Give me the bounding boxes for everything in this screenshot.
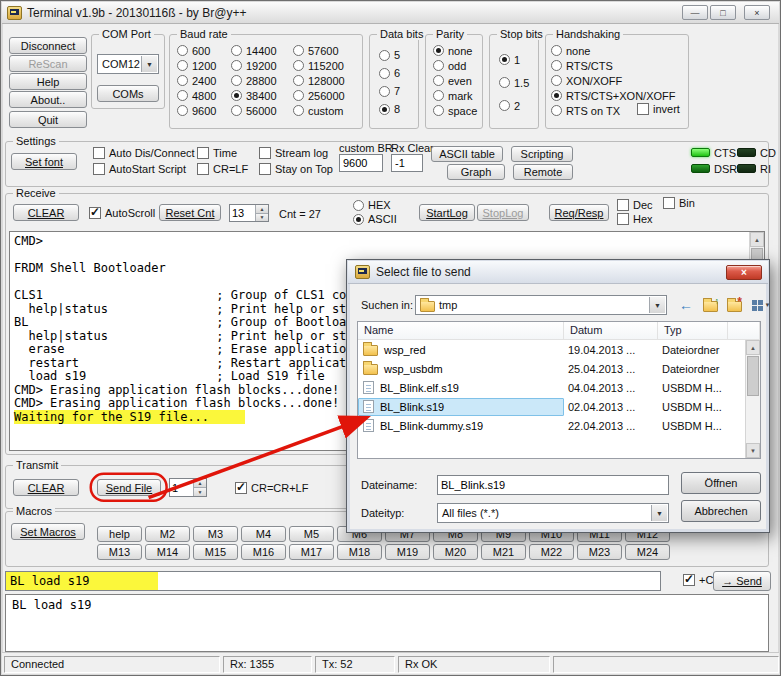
filename-input[interactable] <box>437 475 669 495</box>
help-button[interactable]: Help <box>9 73 87 90</box>
send-file-button[interactable]: Send File <box>97 479 161 496</box>
rx-clear-input[interactable] <box>391 154 423 172</box>
macro-m20-button[interactable]: M20 <box>433 544 478 560</box>
file-row-wsp-red[interactable]: wsp_red 19.04.2013 ... Dateiordner <box>358 340 760 359</box>
handshake-xonxoff[interactable]: XON/XOFF <box>551 73 676 88</box>
stop-bits-2[interactable]: 2 <box>499 94 529 117</box>
send-count-value[interactable] <box>170 479 193 496</box>
cancel-button[interactable]: Abbrechen <box>681 500 761 522</box>
macro-m13-button[interactable]: M13 <box>97 544 142 560</box>
macro-m1-button[interactable]: help <box>97 526 142 542</box>
maximize-button[interactable]: □ <box>710 5 736 20</box>
req-resp-button[interactable]: Req/Resp <box>549 204 609 221</box>
file-row-bl-blink-elf[interactable]: BL_Blink.elf.s19 04.04.2013 ... USBDM H.… <box>358 378 760 397</box>
column-header-name[interactable]: Name <box>358 322 564 339</box>
invert-checkbox[interactable]: invert <box>637 103 680 115</box>
set-font-button[interactable]: Set font <box>11 153 77 170</box>
startlog-button[interactable]: StartLog <box>419 204 475 221</box>
macro-m24-button[interactable]: M24 <box>625 544 670 560</box>
baud-option-128000[interactable]: 128000 <box>293 73 345 88</box>
custom-br-input[interactable] <box>339 154 383 172</box>
macro-m22-button[interactable]: M22 <box>529 544 574 560</box>
titlebar[interactable]: Terminal v1.9b - 20130116ß - by Br@y++ <box>2 2 779 24</box>
command-input[interactable] <box>5 571 661 591</box>
macro-m14-button[interactable]: M14 <box>145 544 190 560</box>
spin-up-icon[interactable]: ▲ <box>255 205 268 213</box>
file-list[interactable]: Name Datum Typ wsp_red 19.04.2013 ... Da… <box>357 321 761 459</box>
handshake-rtscts-xonxoff[interactable]: RTS/CTS+XON/XOFF <box>551 88 676 103</box>
dec-checkbox[interactable]: Dec <box>617 199 653 211</box>
scroll-up-icon[interactable]: ▲ <box>750 232 764 247</box>
macro-m21-button[interactable]: M21 <box>481 544 526 560</box>
file-row-bl-blink-selected[interactable]: BL_Blink.s19 02.04.2013 ... USBDM H... <box>358 397 760 416</box>
macro-m19-button[interactable]: M19 <box>385 544 430 560</box>
stoplog-button[interactable]: StopLog <box>477 204 529 221</box>
file-list-scrollbar[interactable]: ▲ ▼ <box>745 340 760 458</box>
scrollbar-thumb[interactable] <box>747 356 759 396</box>
about-button[interactable]: About.. <box>9 91 87 108</box>
hex-radio[interactable]: HEX <box>353 199 391 211</box>
look-in-select[interactable]: tmp ▼ <box>415 295 667 315</box>
disconnect-button[interactable]: Disconnect <box>9 37 87 54</box>
quit-button[interactable]: Quit <box>9 111 87 128</box>
baud-option-2400[interactable]: 2400 <box>177 73 216 88</box>
remote-button[interactable]: Remote <box>513 164 573 180</box>
column-header-date[interactable]: Datum <box>564 322 658 339</box>
column-header-type[interactable]: Typ <box>658 322 728 339</box>
spin-down-icon[interactable]: ▼ <box>255 213 268 222</box>
spin-down-icon[interactable]: ▼ <box>193 487 206 496</box>
dialog-close-button[interactable]: × <box>726 265 762 280</box>
receive-clear-button[interactable]: CLEAR <box>13 204 79 221</box>
rescan-button[interactable]: ReScan <box>9 55 87 72</box>
chevron-down-icon[interactable]: ▼ <box>141 56 157 72</box>
send-button[interactable]: → Send <box>713 571 771 591</box>
stop-bits-1-5[interactable]: 1.5 <box>499 71 529 94</box>
baud-option-9600[interactable]: 9600 <box>177 103 216 118</box>
scroll-down-icon[interactable]: ▼ <box>746 443 760 458</box>
macro-m16-button[interactable]: M16 <box>241 544 286 560</box>
baud-option-256000[interactable]: 256000 <box>293 88 345 103</box>
autostart-script-checkbox[interactable]: AutoStart Script <box>93 163 186 175</box>
baud-option-600[interactable]: 600 <box>177 43 216 58</box>
stay-on-top-checkbox[interactable]: Stay on Top <box>259 163 333 175</box>
macro-m23-button[interactable]: M23 <box>577 544 622 560</box>
file-row-bl-blink-dummy[interactable]: BL_Blink-dummy.s19 22.04.2013 ... USBDM … <box>358 416 760 435</box>
coms-button[interactable]: COMs <box>97 85 159 102</box>
baud-option-115200[interactable]: 115200 <box>293 58 345 73</box>
stop-bits-1[interactable]: 1 <box>499 48 529 71</box>
parity-none[interactable]: none <box>433 43 477 58</box>
macro-m4-button[interactable]: M4 <box>241 526 286 542</box>
macro-m17-button[interactable]: M17 <box>289 544 334 560</box>
baud-option-4800[interactable]: 4800 <box>177 88 216 103</box>
auto-disconnect-checkbox[interactable]: Auto Dis/Connect <box>93 147 195 159</box>
data-bits-8[interactable]: 8 <box>379 100 400 118</box>
parity-odd[interactable]: odd <box>433 58 477 73</box>
baud-option-56000[interactable]: 56000 <box>231 103 277 118</box>
baud-option-28800[interactable]: 28800 <box>231 73 277 88</box>
macro-m15-button[interactable]: M15 <box>193 544 238 560</box>
rx-count-spinner[interactable]: ▲ ▼ <box>229 204 269 222</box>
parity-space[interactable]: space <box>433 103 477 118</box>
baud-option-14400[interactable]: 14400 <box>231 43 277 58</box>
baud-option-1200[interactable]: 1200 <box>177 58 216 73</box>
create-new-folder-icon[interactable]: * <box>723 295 745 315</box>
up-one-level-icon[interactable]: ↑ <box>699 295 721 315</box>
bin-checkbox[interactable]: Bin <box>663 197 695 209</box>
minimize-button[interactable]: — <box>682 5 708 20</box>
cr-crlf-checkbox[interactable]: CR=CR+LF <box>235 482 308 494</box>
ascii-table-button[interactable]: ASCII table <box>431 146 503 162</box>
close-button[interactable]: × <box>744 5 770 20</box>
time-checkbox[interactable]: Time <box>197 147 237 159</box>
data-bits-5[interactable]: 5 <box>379 46 400 64</box>
parity-even[interactable]: even <box>433 73 477 88</box>
scripting-button[interactable]: Scripting <box>511 146 573 162</box>
dialog-titlebar[interactable]: Select file to send <box>348 261 768 284</box>
back-icon[interactable]: ← <box>675 295 697 315</box>
rx-count-value[interactable] <box>230 205 255 221</box>
filetype-select[interactable]: All files (*.*) ▼ <box>437 503 669 523</box>
baud-option-custom[interactable]: custom <box>293 103 345 118</box>
open-button[interactable]: Öffnen <box>681 472 761 494</box>
chevron-down-icon[interactable]: ▼ <box>651 505 667 521</box>
macro-m2-button[interactable]: M2 <box>145 526 190 542</box>
reset-cnt-button[interactable]: Reset Cnt <box>159 204 221 221</box>
